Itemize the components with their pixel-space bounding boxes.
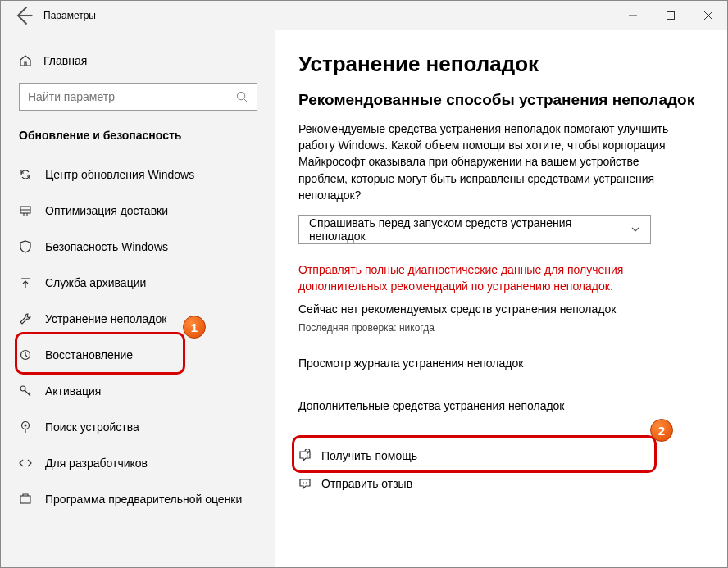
key-icon — [19, 384, 32, 398]
annotation-badge-1: 1 — [183, 316, 206, 339]
minimize-button[interactable] — [614, 1, 652, 30]
backup-icon — [19, 276, 32, 289]
shield-icon — [19, 240, 32, 253]
sidebar-item-label: Служба архивации — [45, 276, 146, 289]
sidebar-item-backup[interactable]: Служба архивации — [1, 265, 275, 301]
location-icon — [19, 420, 32, 434]
troubleshoot-preference-dropdown[interactable]: Спрашивать перед запуском средств устран… — [298, 215, 651, 244]
history-link[interactable]: Просмотр журнала устранения неполадок — [298, 357, 703, 370]
dropdown-value: Спрашивать перед запуском средств устран… — [309, 216, 630, 243]
feedback-link[interactable]: Отправить отзыв — [298, 470, 703, 498]
main-content: Устранение неполадок Рекомендованные спо… — [275, 30, 727, 567]
get-help-link[interactable]: ? Получить помощь — [298, 442, 703, 470]
sidebar-item-find-device[interactable]: Поиск устройства — [1, 409, 275, 445]
maximize-icon — [667, 11, 675, 20]
sidebar-item-label: Оптимизация доставки — [45, 204, 168, 217]
search-input[interactable]: Найти параметр — [19, 83, 257, 111]
home-label: Главная — [43, 54, 87, 67]
code-icon — [19, 457, 32, 470]
insider-icon — [19, 493, 32, 506]
svg-rect-0 — [667, 12, 675, 20]
status-text: Сейчас нет рекомендуемых средств устране… — [298, 302, 703, 316]
svg-point-9 — [303, 483, 304, 484]
svg-text:?: ? — [304, 449, 311, 459]
sidebar-item-insider[interactable]: Программа предварительной оценки — [1, 481, 275, 517]
minimize-icon — [629, 11, 637, 20]
diagnostic-warning[interactable]: Отправлять полные диагностические данные… — [298, 262, 676, 294]
window-controls — [614, 1, 727, 30]
section-title: Рекомендованные способы устранения непол… — [298, 90, 703, 111]
sidebar-item-label: Программа предварительной оценки — [45, 493, 242, 506]
sidebar-item-security[interactable]: Безопасность Windows — [1, 229, 275, 265]
titlebar: Параметры — [1, 1, 727, 30]
chevron-down-icon — [630, 225, 640, 234]
sidebar-item-developers[interactable]: Для разработчиков — [1, 445, 275, 481]
svg-point-6 — [25, 425, 27, 427]
wrench-icon — [19, 312, 32, 325]
delivery-icon — [19, 204, 32, 217]
additional-troubleshooters-link[interactable]: Дополнительные средства устранения непол… — [298, 389, 703, 422]
close-icon — [704, 11, 712, 20]
nav-list: Центр обновления Windows Оптимизация дос… — [1, 157, 275, 517]
sidebar-item-label: Для разработчиков — [45, 457, 148, 470]
sidebar-item-activation[interactable]: Активация — [1, 373, 275, 409]
sidebar-item-troubleshoot[interactable]: Устранение неполадок — [1, 301, 275, 337]
home-icon — [19, 54, 32, 67]
feedback-icon — [298, 477, 312, 490]
svg-rect-7 — [20, 496, 30, 503]
description-text: Рекомендуемые средства устранения непола… — [298, 120, 676, 203]
search-placeholder: Найти параметр — [28, 90, 115, 103]
back-button[interactable] — [12, 4, 35, 27]
footer-links: ? Получить помощь Отправить отзыв — [298, 442, 703, 498]
sidebar-item-label: Безопасность Windows — [45, 240, 168, 253]
annotation-badge-2: 2 — [650, 419, 673, 442]
maximize-button[interactable] — [652, 1, 689, 30]
sidebar-item-label: Поиск устройства — [45, 420, 139, 434]
search-icon — [236, 91, 248, 103]
sync-icon — [19, 168, 32, 181]
sidebar-item-windows-update[interactable]: Центр обновления Windows — [1, 157, 275, 193]
svg-point-10 — [306, 483, 307, 484]
home-link[interactable]: Главная — [1, 45, 275, 76]
feedback-label: Отправить отзыв — [321, 477, 412, 490]
help-icon: ? — [298, 449, 312, 462]
recovery-icon — [19, 348, 32, 361]
get-help-label: Получить помощь — [321, 449, 417, 462]
sidebar-item-recovery[interactable]: Восстановление — [1, 337, 275, 373]
sidebar: Главная Найти параметр Обновление и безо… — [1, 30, 275, 567]
close-button[interactable] — [689, 1, 727, 30]
svg-point-1 — [237, 92, 244, 99]
page-title: Устранение неполадок — [298, 52, 703, 77]
last-check-text: Последняя проверка: никогда — [298, 322, 703, 334]
arrow-left-icon — [12, 4, 35, 27]
sidebar-item-label: Восстановление — [45, 348, 133, 361]
sidebar-item-delivery-optimization[interactable]: Оптимизация доставки — [1, 193, 275, 229]
sidebar-item-label: Устранение неполадок — [45, 312, 166, 325]
window-title: Параметры — [43, 10, 96, 21]
section-header: Обновление и безопасность — [1, 122, 275, 150]
sidebar-item-label: Центр обновления Windows — [45, 168, 194, 181]
sidebar-item-label: Активация — [45, 384, 101, 398]
